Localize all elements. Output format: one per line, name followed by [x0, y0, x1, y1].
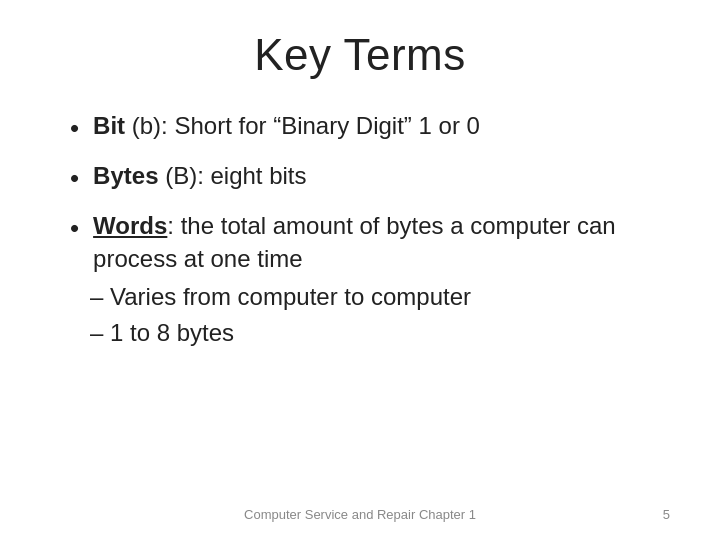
sub-item-1to8: – 1 to 8 bytes	[80, 317, 471, 349]
bullet-text-bit: Bit (b): Short for “Binary Digit” 1 or 0	[93, 110, 670, 142]
bit-rest: (b): Short for “Binary Digit” 1 or 0	[125, 112, 480, 139]
slide-title: Key Terms	[50, 30, 670, 80]
bytes-bold: Bytes	[93, 162, 158, 189]
bullet-item-bit: • Bit (b): Short for “Binary Digit” 1 or…	[70, 110, 670, 146]
slide: Key Terms • Bit (b): Short for “Binary D…	[0, 0, 720, 540]
bytes-rest: (B): eight bits	[158, 162, 306, 189]
bullet-dot-2: •	[70, 161, 79, 196]
slide-content: • Bit (b): Short for “Binary Digit” 1 or…	[50, 110, 670, 490]
bullet-dot-3: •	[70, 211, 79, 246]
bullet-text-words: Words: the total amount of bytes a compu…	[93, 210, 670, 275]
words-rest: : the total amount of bytes a computer c…	[93, 212, 616, 271]
footer-center-text: Computer Service and Repair Chapter 1	[244, 507, 476, 522]
bullet-dot-1: •	[70, 111, 79, 146]
bullet-list: • Bit (b): Short for “Binary Digit” 1 or…	[70, 110, 670, 368]
bullet-text-bytes: Bytes (B): eight bits	[93, 160, 670, 192]
bit-bold: Bit	[93, 112, 125, 139]
footer-page-number: 5	[663, 507, 670, 522]
words-underline: Words	[93, 212, 167, 239]
bullet-item-bytes: • Bytes (B): eight bits	[70, 160, 670, 196]
sub-items-words: – Varies from computer to computer – 1 t…	[80, 281, 471, 354]
bullet-item-words: • Words: the total amount of bytes a com…	[70, 210, 670, 354]
sub-item-varies: – Varies from computer to computer	[80, 281, 471, 313]
